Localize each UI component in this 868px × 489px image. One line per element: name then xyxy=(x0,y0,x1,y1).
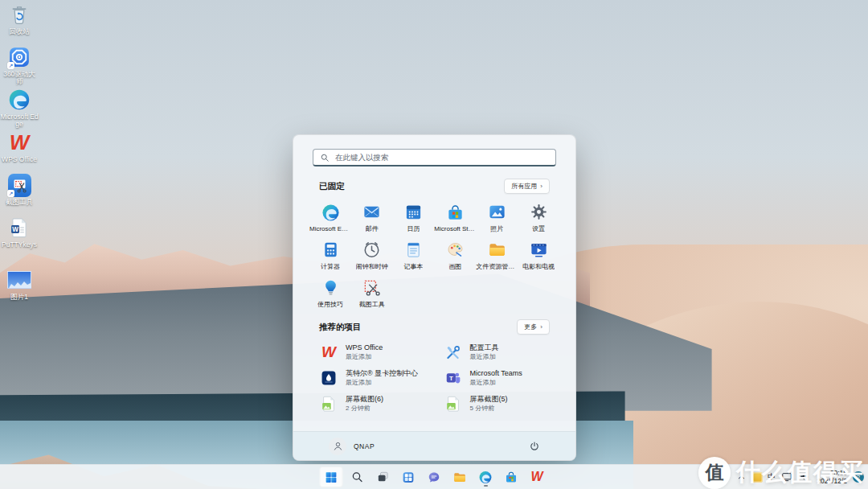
pinned-app-edge[interactable]: Microsoft Edge xyxy=(309,199,351,236)
word-document-icon: W xyxy=(6,215,32,240)
recommended-item-intel-gcc[interactable]: 英特尔® 显卡控制中心 最近添加 xyxy=(314,366,431,390)
recommended-item-config-tool[interactable]: 配置工具 最近添加 xyxy=(439,340,555,364)
recommended-item-subtitle: 5 分钟前 xyxy=(470,405,508,413)
system-tray: 中 20:16 2021/12/2 2 xyxy=(735,465,864,489)
widgets-button[interactable] xyxy=(397,466,420,487)
recommended-item-screenshot-6[interactable]: 屏幕截图(6) 2 分钟前 xyxy=(314,392,431,416)
pinned-app-notepad[interactable]: 记事本 xyxy=(393,236,435,274)
pinned-app-label: 文件资源管理器 xyxy=(476,262,518,271)
desktop-icon-column: 回收站 ↗ 360驱动大师 Microsoft Edge W WPS Offic… xyxy=(0,2,39,310)
more-button[interactable]: 更多 › xyxy=(517,319,550,335)
tray-time: 20:16 xyxy=(817,469,847,477)
desktop-icon-wps[interactable]: W WPS Office xyxy=(0,129,39,172)
calendar-icon xyxy=(403,202,424,222)
chat-button[interactable] xyxy=(423,466,446,487)
pinned-app-photos[interactable]: 照片 xyxy=(476,199,518,236)
taskbar-search-button[interactable] xyxy=(346,466,369,487)
desktop-icon-edge[interactable]: Microsoft Edge xyxy=(0,87,39,129)
intel-graphics-icon xyxy=(319,368,338,388)
shortcut-arrow-icon: ↗ xyxy=(7,190,14,197)
pinned-app-snipping-tool[interactable]: 截图工具 xyxy=(351,274,393,312)
start-button[interactable] xyxy=(320,466,343,487)
display-icon[interactable] xyxy=(780,471,793,483)
pinned-app-paint[interactable]: 画图 xyxy=(434,236,476,274)
pinned-app-label: 邮件 xyxy=(366,224,379,233)
calculator-icon xyxy=(321,240,341,260)
pinned-app-store[interactable]: Microsoft Store xyxy=(434,199,476,236)
image-file-icon xyxy=(319,394,338,413)
running-indicator xyxy=(484,485,488,487)
taskbar-file-explorer-button[interactable] xyxy=(448,466,472,487)
recommended-grid: W WPS Office 最近添加 配置工具 xyxy=(293,335,575,416)
gear-icon xyxy=(529,202,549,222)
volume-icon[interactable] xyxy=(798,471,811,483)
pinned-app-label: 电影和电视 xyxy=(522,262,555,271)
pinned-app-settings[interactable]: 设置 xyxy=(518,199,559,236)
recommended-item-screenshot-5[interactable]: 屏幕截图(5) 5 分钟前 xyxy=(439,392,555,416)
avatar xyxy=(329,438,346,455)
360-driver-icon: ↗ xyxy=(6,44,32,70)
clock[interactable]: 20:16 2021/12/2 xyxy=(816,467,848,487)
edge-icon xyxy=(321,203,341,223)
desktop-icon-recycle-bin[interactable]: 回收站 xyxy=(0,2,39,44)
pinned-app-calendar[interactable]: 日历 xyxy=(393,199,435,236)
taskbar-store-button[interactable] xyxy=(500,466,523,487)
recommended-item-title: 配置工具 xyxy=(470,343,499,352)
svg-text:W: W xyxy=(12,226,18,233)
edge-icon xyxy=(6,87,32,113)
paint-palette-icon xyxy=(445,240,465,260)
shortcut-arrow-icon: ↗ xyxy=(7,62,14,69)
wps-icon: W xyxy=(319,343,338,362)
desktop-icon-image-file[interactable]: 图片1 xyxy=(0,267,39,310)
taskbar-wps-button[interactable]: W xyxy=(526,466,549,487)
recommended-item-teams[interactable]: T Microsoft Teams 最近添加 xyxy=(439,366,555,390)
desktop-icon-360-driver[interactable]: ↗ 360驱动大师 xyxy=(0,44,39,87)
pinned-app-label: 记事本 xyxy=(403,262,423,271)
recommended-section-title: 推荐的项目 xyxy=(319,322,362,333)
recycle-bin-icon xyxy=(6,2,32,27)
pinned-app-label: Microsoft Edge xyxy=(309,225,351,232)
pinned-app-tips[interactable]: 使用技巧 xyxy=(309,274,351,312)
image-thumbnail-icon xyxy=(6,267,32,293)
mail-icon xyxy=(362,202,382,222)
tools-icon xyxy=(444,343,463,362)
lightbulb-icon xyxy=(321,277,341,298)
pinned-app-label: 画图 xyxy=(448,262,461,271)
power-button[interactable] xyxy=(524,436,545,457)
notepad-icon xyxy=(403,240,424,260)
tray-app-icon[interactable] xyxy=(752,472,763,483)
user-profile-button[interactable]: QNAP xyxy=(324,435,379,458)
pinned-app-mail[interactable]: 邮件 xyxy=(351,199,393,236)
ime-indicator[interactable]: 中 xyxy=(768,471,776,483)
pinned-app-file-explorer[interactable]: 文件资源管理器 xyxy=(476,236,518,274)
pinned-app-calculator[interactable]: 计算器 xyxy=(309,236,351,274)
image-file-icon xyxy=(444,394,463,413)
recommended-item-title: Microsoft Teams xyxy=(470,369,522,378)
hidden-icons-chevron[interactable] xyxy=(735,471,747,483)
recommended-item-title: 屏幕截图(5) xyxy=(470,395,508,404)
recommended-item-title: 英特尔® 显卡控制中心 xyxy=(346,369,418,378)
search-input[interactable] xyxy=(313,149,556,166)
recommended-item-wps[interactable]: W WPS Office 最近添加 xyxy=(314,340,431,364)
pinned-app-label: 截图工具 xyxy=(359,300,385,309)
snipping-tool-icon: ↗ xyxy=(6,172,32,198)
pinned-app-movies-tv[interactable]: 电影和电视 xyxy=(518,236,559,274)
recommended-item-subtitle: 最近添加 xyxy=(470,379,522,387)
all-apps-button[interactable]: 所有应用 › xyxy=(504,179,550,194)
pinned-app-alarms-clock[interactable]: 闹钟和时钟 xyxy=(351,236,393,274)
teams-icon: T xyxy=(444,368,463,388)
task-view-button[interactable] xyxy=(371,466,395,487)
photos-icon xyxy=(487,202,507,222)
wps-icon: W xyxy=(6,129,32,155)
taskbar-center-buttons: W xyxy=(320,465,549,489)
desktop-icon-snipping-tool[interactable]: ↗ 截图工具 xyxy=(0,172,39,215)
desktop-icon-document[interactable]: W PuTTYkeys xyxy=(0,215,39,257)
pinned-app-label: 设置 xyxy=(532,224,545,233)
recommended-item-subtitle: 最近添加 xyxy=(470,353,499,361)
notification-badge[interactable]: 2 xyxy=(853,471,864,483)
pinned-app-label: 使用技巧 xyxy=(317,300,343,309)
chevron-right-icon: › xyxy=(540,323,542,331)
desktop-icon-label: Microsoft Edge xyxy=(0,113,39,129)
taskbar-edge-button[interactable] xyxy=(474,466,497,487)
movies-tv-icon xyxy=(529,240,549,260)
